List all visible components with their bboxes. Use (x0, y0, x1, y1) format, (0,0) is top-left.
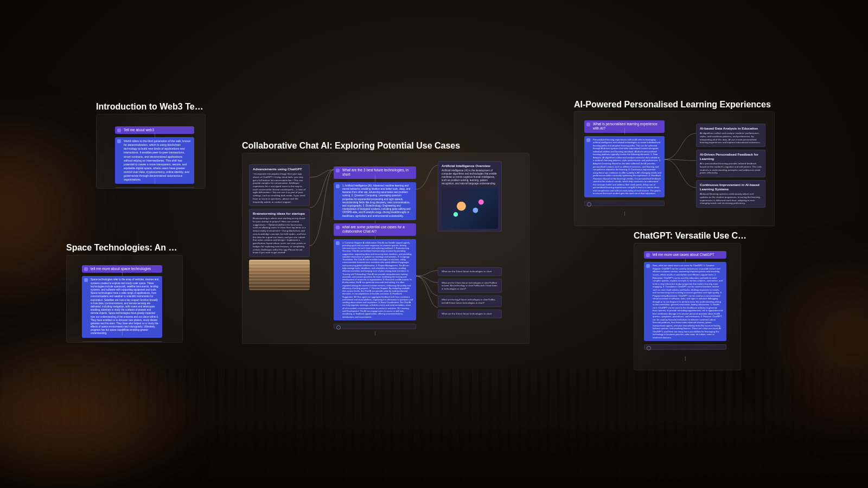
info-card-chatgpt-adv: Advancements using ChatGPT • Incorporate… (249, 164, 310, 206)
ai-answer: Personalized learning experiences with a… (584, 136, 665, 197)
related-chip[interactable]: What are the big-3 future technologies i… (438, 296, 502, 307)
illustration-cityscape (249, 260, 310, 290)
info-card: AI-based Data Analysis in Education AI a… (696, 124, 765, 147)
related-chip[interactable]: What are the 3 best future technologies … (438, 279, 502, 293)
board-node-space[interactable]: tell me more about space technologies Sp… (66, 255, 183, 343)
illustration-ai-head (442, 188, 498, 229)
info-card-ai-overview: Artificial Intelligence Overview Artific… (438, 161, 502, 232)
related-chip[interactable]: What are the 3 best future technologies … (438, 310, 502, 318)
chat-input[interactable] (334, 324, 416, 329)
info-card: AI-Driven Personalised Feedback for Lear… (696, 150, 765, 177)
board-node-learning[interactable]: What is personalised learning experience… (574, 111, 775, 226)
board-node-title-web3[interactable]: Introduction to Web3 Tec… (96, 102, 206, 112)
board-node-title-learning[interactable]: AI-Powered Personalised Learning Experie… (574, 100, 802, 110)
board-node-title-collab[interactable]: Collaborative Chat AI: Exploring Potenti… (242, 141, 529, 151)
board-node-title-chatgpt[interactable]: ChatGPT: Versatile Use C… (634, 231, 748, 241)
board-node-chatgpt[interactable]: tell me more use cases about ChatGPT Sur… (634, 243, 741, 370)
user-prompt: tell me more use cases about ChatGPT (644, 251, 726, 259)
chat-input[interactable] (644, 344, 726, 350)
info-card: Continuous Improvement in AI-based Learn… (696, 180, 765, 208)
chat-input[interactable] (584, 201, 665, 206)
related-chip[interactable]: What are the 3 best future technologies … (438, 267, 502, 276)
ai-answer: 1. Customer Support: A collaborative Cha… (334, 239, 416, 320)
user-prompt: what are some potential use cases for a … (334, 223, 416, 236)
chat-input[interactable] (115, 187, 194, 189)
board-node-title-space[interactable]: Space Technologies: An … (66, 243, 183, 253)
board-node-web3[interactable]: Tell me about web3 Web3 refers to the th… (96, 114, 206, 189)
chat-input[interactable] (82, 341, 162, 343)
ai-answer: Sure, what are some more use cases for C… (644, 262, 726, 341)
ai-answer: Web3 refers to the third generation of t… (115, 137, 194, 183)
ai-answer: Space technologies refer to the array of… (82, 276, 162, 337)
ai-answer: 1. Artificial Intelligence (AI): Advance… (334, 182, 416, 220)
board-node-collab[interactable]: Advancements using ChatGPT • Incorporate… (242, 153, 529, 344)
info-card-brainstorm: Brainstorming ideas for startups Brainst… (249, 209, 310, 257)
